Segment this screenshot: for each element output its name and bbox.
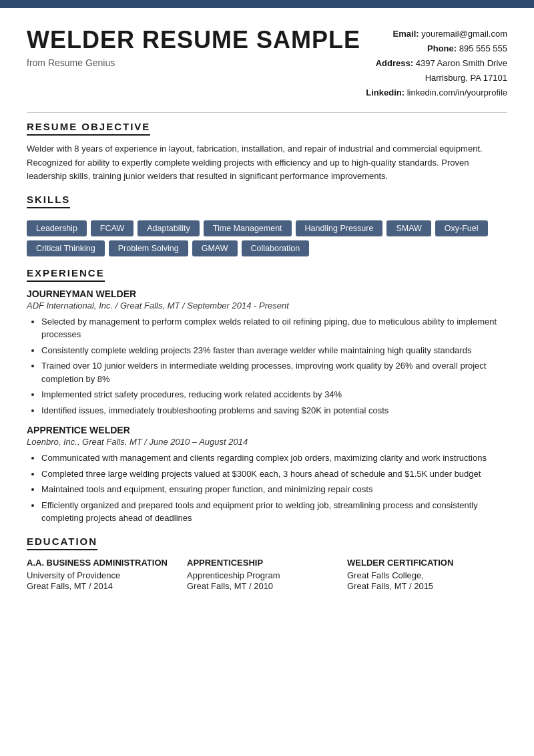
job-title: JOURNEYMAN WELDER — [27, 289, 507, 299]
phone-label: Phone: — [427, 43, 457, 53]
linkedin-value: linkedin.com/in/yourprofile — [407, 87, 507, 98]
job-entry: JOURNEYMAN WELDERADF International, Inc.… — [27, 289, 507, 417]
skill-tag: Problem Solving — [109, 240, 188, 256]
experience-section-title: EXPERIENCE — [27, 267, 105, 282]
education-section: EDUCATION A.A. BUSINESS ADMINISTRATIONUn… — [27, 536, 507, 592]
job-meta: Loenbro, Inc., Great Falls, MT / June 20… — [27, 437, 507, 447]
edu-degree: WELDER CERTIFICATION — [347, 557, 501, 569]
job-bullets: Selected by management to perform comple… — [41, 315, 507, 417]
bullet-item: Maintained tools and equipment, ensuring… — [41, 483, 507, 496]
bullet-item: Identified issues, immediately troublesh… — [41, 404, 507, 417]
skill-tag: Oxy-Fuel — [435, 220, 488, 236]
skill-tag: SMAW — [386, 220, 431, 236]
skill-tag: Leadership — [27, 220, 87, 236]
edu-institution: Apprenticeship Program — [187, 570, 340, 580]
edu-institution: Great Falls College, — [347, 570, 501, 580]
email-label: Email: — [393, 29, 419, 39]
resume-subtitle: from Resume Genius — [27, 57, 366, 68]
edu-location: Great Falls, MT / 2010 — [187, 581, 340, 591]
address-line2: Harrisburg, PA 17101 — [425, 73, 507, 83]
skill-tag: Handling Pressure — [296, 220, 383, 236]
edu-col: A.A. BUSINESS ADMINISTRATIONUniversity o… — [27, 557, 187, 592]
edu-institution: University of Providence — [27, 570, 180, 580]
email-value: youremail@gmail.com — [421, 29, 507, 39]
bullet-item: Trained over 10 junior welders in interm… — [41, 359, 507, 385]
skill-tag: Critical Thinking — [27, 240, 105, 256]
edu-location: Great Falls, MT / 2015 — [347, 581, 501, 591]
jobs-container: JOURNEYMAN WELDERADF International, Inc.… — [27, 289, 507, 525]
education-grid: A.A. BUSINESS ADMINISTRATIONUniversity o… — [27, 557, 507, 592]
bullet-item: Selected by management to perform comple… — [41, 315, 507, 341]
phone-value: 895 555 555 — [459, 43, 507, 53]
skill-tag: GMAW — [192, 240, 238, 256]
job-meta: ADF International, Inc. / Great Falls, M… — [27, 301, 507, 311]
resume-content: WELDER RESUME SAMPLE from Resume Genius … — [0, 8, 534, 618]
education-section-title: EDUCATION — [27, 536, 97, 550]
linkedin-label: Linkedin: — [366, 87, 405, 98]
skills-section: SKILLS LeadershipFCAWAdaptabilityTime Ma… — [27, 194, 507, 256]
bullet-item: Efficiently organized and prepared tools… — [41, 499, 507, 525]
bullet-item: Implemented strict safety procedures, re… — [41, 388, 507, 401]
bullet-item: Completed three large welding projects v… — [41, 467, 507, 481]
job-title: APPRENTICE WELDER — [27, 425, 507, 435]
resume-page: WELDER RESUME SAMPLE from Resume Genius … — [0, 0, 534, 756]
resume-title: WELDER RESUME SAMPLE — [27, 27, 366, 53]
address-line1: 4397 Aaron Smith Drive — [416, 58, 507, 68]
phone-row: Phone: 895 555 555 — [366, 41, 507, 56]
edu-location: Great Falls, MT / 2014 — [27, 581, 180, 591]
skill-tag: FCAW — [91, 220, 134, 236]
objective-text: Welder with 8 years of experience in lay… — [27, 142, 507, 182]
skill-tag: Time Management — [204, 220, 292, 236]
top-bar — [0, 0, 534, 8]
edu-col: APPRENTICESHIPApprenticeship ProgramGrea… — [187, 557, 347, 592]
bullet-item: Communicated with management and clients… — [41, 451, 507, 465]
edu-degree: A.A. BUSINESS ADMINISTRATION — [27, 557, 180, 569]
objective-section: RESUME OBJECTIVE Welder with 8 years of … — [27, 121, 507, 182]
address-label: Address: — [376, 58, 413, 68]
edu-degree: APPRENTICESHIP — [187, 557, 340, 569]
skills-section-title: SKILLS — [27, 194, 70, 208]
edu-col: WELDER CERTIFICATIONGreat Falls College,… — [347, 557, 507, 592]
address-row: Address: 4397 Aaron Smith Drive Harrisbu… — [366, 56, 507, 85]
experience-section: EXPERIENCE JOURNEYMAN WELDERADF Internat… — [27, 267, 507, 525]
skill-tag: Adaptability — [138, 220, 200, 236]
objective-section-title: RESUME OBJECTIVE — [27, 121, 150, 136]
skills-grid: LeadershipFCAWAdaptabilityTime Managemen… — [27, 220, 507, 256]
header-left: WELDER RESUME SAMPLE from Resume Genius — [27, 27, 366, 68]
skill-tag: Collaboration — [242, 240, 310, 256]
header-section: WELDER RESUME SAMPLE from Resume Genius … — [27, 27, 507, 100]
header-divider — [27, 112, 507, 113]
linkedin-row: Linkedin: linkedin.com/in/yourprofile — [366, 85, 507, 100]
job-bullets: Communicated with management and clients… — [41, 451, 507, 525]
job-entry: APPRENTICE WELDERLoenbro, Inc., Great Fa… — [27, 425, 507, 525]
contact-info: Email: youremail@gmail.com Phone: 895 55… — [366, 27, 507, 100]
bullet-item: Consistently complete welding projects 2… — [41, 344, 507, 357]
email-row: Email: youremail@gmail.com — [366, 27, 507, 41]
